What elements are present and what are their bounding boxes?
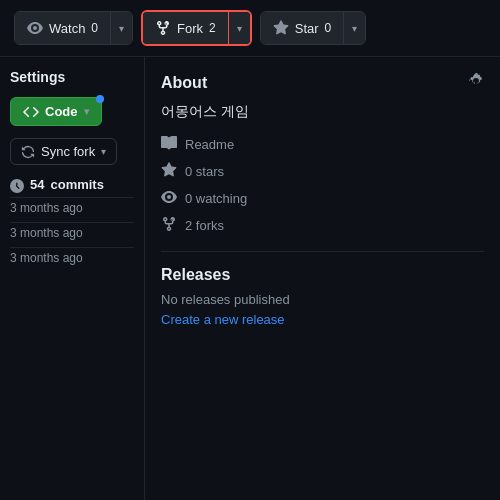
forks-item: 2 forks	[161, 216, 484, 235]
sync-fork-chevron-icon: ▾	[101, 146, 106, 157]
star-icon	[273, 20, 289, 37]
commits-count-number: 54	[30, 177, 44, 192]
commits-label: commits	[50, 177, 103, 192]
sync-fork-label: Sync fork	[41, 144, 95, 159]
no-releases-text: No releases published	[161, 292, 484, 307]
sync-icon	[21, 144, 35, 160]
about-title: About	[161, 74, 207, 92]
create-release-link[interactable]: Create a new release	[161, 312, 285, 327]
code-chevron-icon: ▾	[84, 106, 89, 117]
commit-time-1: 3 months ago	[10, 197, 134, 218]
stars-item: 0 stars	[161, 162, 484, 181]
star-label: Star	[295, 21, 319, 36]
releases-title: Releases	[161, 266, 484, 284]
stars-icon	[161, 162, 177, 181]
right-panel: About 어몽어스 게임 Readme	[145, 57, 500, 500]
code-icon	[23, 103, 39, 120]
about-list: Readme 0 stars 0 watching	[161, 135, 484, 235]
clock-icon	[10, 177, 24, 193]
watch-chevron-icon: ▾	[119, 23, 124, 34]
star-button[interactable]: Star 0	[261, 12, 344, 44]
watch-btn-group: Watch 0 ▾	[14, 11, 133, 45]
commits-count-row: 54 commits	[10, 177, 134, 193]
readme-icon	[161, 135, 177, 154]
fork-icon	[155, 20, 171, 37]
watching-label: 0 watching	[185, 191, 247, 206]
star-dropdown-button[interactable]: ▾	[344, 12, 365, 44]
gear-icon	[468, 73, 484, 93]
eye-icon	[27, 20, 43, 37]
repo-description: 어몽어스 게임	[161, 103, 484, 121]
main-content: Settings Code ▾ Sync fork ▾	[0, 57, 500, 500]
star-count: 0	[325, 21, 332, 35]
watch-button[interactable]: Watch 0	[15, 12, 110, 44]
fork-label: Fork	[177, 21, 203, 36]
action-bar: Watch 0 ▾ Fork 2 ▾	[0, 0, 500, 57]
stars-label: 0 stars	[185, 164, 224, 179]
sidebar: Settings Code ▾ Sync fork ▾	[0, 57, 145, 500]
star-btn-group: Star 0 ▾	[260, 11, 367, 45]
commit-time-2: 3 months ago	[10, 222, 134, 243]
blue-dot-indicator	[96, 95, 104, 103]
code-button[interactable]: Code ▾	[10, 97, 102, 126]
watching-item: 0 watching	[161, 189, 484, 208]
section-divider	[161, 251, 484, 252]
fork-dropdown-button[interactable]: ▾	[229, 12, 250, 44]
watch-count: 0	[91, 21, 98, 35]
watch-dropdown-button[interactable]: ▾	[111, 12, 132, 44]
readme-item: Readme	[161, 135, 484, 154]
readme-label: Readme	[185, 137, 234, 152]
commits-section: 54 commits 3 months ago 3 months ago 3 m…	[10, 177, 134, 268]
sync-fork-button[interactable]: Sync fork ▾	[10, 138, 117, 166]
forks-icon	[161, 216, 177, 235]
star-chevron-icon: ▾	[352, 23, 357, 34]
gear-button[interactable]	[468, 73, 484, 93]
watching-icon	[161, 189, 177, 208]
code-button-label: Code	[45, 104, 78, 119]
settings-link[interactable]: Settings	[10, 69, 134, 85]
commit-time-3: 3 months ago	[10, 247, 134, 268]
fork-chevron-icon: ▾	[237, 23, 242, 34]
fork-btn-group: Fork 2 ▾	[141, 10, 252, 46]
fork-button[interactable]: Fork 2	[143, 12, 228, 44]
about-header: About	[161, 73, 484, 93]
fork-count: 2	[209, 21, 216, 35]
watch-label: Watch	[49, 21, 85, 36]
forks-label: 2 forks	[185, 218, 224, 233]
